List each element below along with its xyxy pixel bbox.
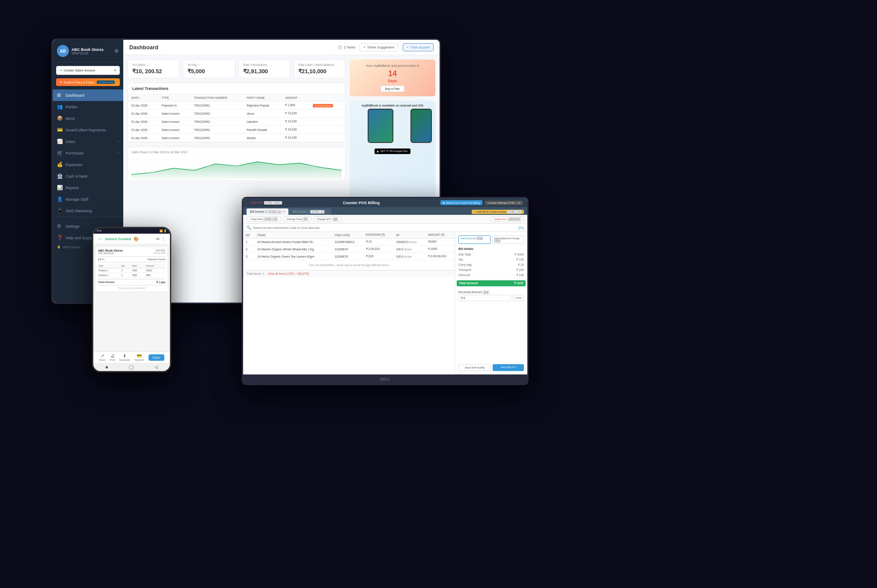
invoice-created-title: Invoice Created (105, 237, 131, 241)
play-icon: ▶ (377, 150, 379, 153)
sidebar-item-cash-bank[interactable]: 🏦 Cash & bank (53, 170, 123, 182)
sidebar-item-label: SMS Marketing (65, 209, 92, 213)
sidebar-item-manage-staff[interactable]: 👤 Manage Staff (53, 193, 123, 205)
sidebar-item-smartcollect[interactable]: 💳 SmartCollect Payments (53, 124, 123, 136)
clear-all-button[interactable]: Clear all Items (CTRL + DELETE) (268, 272, 309, 275)
cell-date: 01 Apr 2020 (128, 134, 158, 142)
table-row[interactable]: 2 24 Mantra Organic Whole Wheat Atta 1 K… (243, 246, 455, 253)
hold-bill-button[interactable]: + Hold Bill & Create Another (CTRL + 3) (472, 210, 524, 214)
table-row[interactable]: 01 Apr 2020 Sales Invoice TNS123542 Laks… (128, 118, 345, 126)
table-row[interactable]: 1 24 Mantra Ancient Grains Foxtail Mille… (243, 238, 455, 246)
close-tab-icon[interactable]: × (326, 210, 328, 214)
sidebar-item-label: Dashboard (65, 93, 84, 98)
share-suggestion-button[interactable]: + Share Suggestion (360, 43, 398, 51)
print-button[interactable]: 🖨 Print (110, 353, 115, 361)
cell-code: 123456789012 (332, 238, 363, 246)
stat-total-transactions: Total Transactions ₹2,91,300 (238, 59, 290, 78)
edit-icon[interactable]: ✏ (156, 237, 160, 241)
done-button[interactable]: Done (149, 354, 164, 361)
trial-card: Your myBillBook trial period ends in 14 … (350, 59, 435, 96)
sidebar-item-dashboard[interactable]: ⊞ Dashboard (53, 89, 123, 101)
pos-tabs: Bill Screen 1 (CTRL + 1) × Bill Screen 2… (243, 207, 527, 215)
unit-select[interactable]: PCS ▾ (404, 255, 411, 258)
close-tab-icon[interactable]: × (283, 210, 285, 214)
search-input[interactable] (253, 226, 517, 229)
cell-amount: ₹ 2,00,00,010 (425, 253, 455, 260)
received-text: Received Amount (458, 291, 482, 294)
unit-select[interactable]: PCS ▾ (409, 241, 416, 244)
payment-label: Payment (134, 359, 144, 361)
sidebar-item-sms-marketing[interactable]: 📱 SMS Marketing (53, 205, 123, 217)
sidebar-item-items[interactable]: 📦 Items (53, 113, 123, 124)
exit-pos-button[interactable]: ← Exit POS (CTRL + ESC) (247, 201, 282, 204)
sidebar-item-parties[interactable]: 👥 Parties (53, 101, 123, 113)
add-charge-button[interactable]: Add Additional Charge [F4] (492, 235, 524, 244)
add-discount-button[interactable]: Add Discount [F3] (458, 235, 491, 244)
save-bill-button[interactable]: Save Bill [F7] (493, 364, 524, 371)
delete-item-button[interactable]: Delete Item [DELETE] (491, 217, 524, 222)
share-button[interactable]: ↗ Share (99, 353, 105, 361)
table-row[interactable]: 01 Apr 2020 Sales Invoice TNS123542 Varu… (128, 110, 345, 118)
chat-support-button[interactable]: + Chat support (403, 43, 434, 51)
buy-plan-button[interactable]: Buy a Plan (381, 86, 404, 92)
sidebar-item-purchases[interactable]: 🛒 Purchases › (53, 147, 123, 159)
col-extra (309, 95, 345, 101)
chevron-right-icon: › (118, 140, 119, 143)
main-header: Dashboard 📋 2 Tasks + Share Suggestion +… (123, 40, 440, 55)
received-amount-input[interactable] (458, 295, 511, 301)
counter-settings-button[interactable]: Counter Settings (CTRL + S) (485, 201, 523, 205)
create-sales-invoice-button[interactable]: + Create Sales Invoice ▾ (56, 66, 120, 75)
cell-number: TNS123542 (190, 118, 243, 126)
recents-button[interactable]: ◁ (155, 365, 158, 369)
sidebar-item-reports[interactable]: 📊 Reports (53, 182, 123, 193)
watch-tutorial-button[interactable]: ▶ Watch how to use POS Billing (440, 200, 482, 205)
chevron-right-icon: › (118, 151, 119, 155)
download-button[interactable]: ⬇ Download (119, 353, 130, 361)
cell-type: Sales Invoice (158, 126, 191, 134)
table-row[interactable]: 3 18 Herbs Organic Green Tea Leaves 40gm… (243, 253, 455, 260)
cell-rate: ₹ 10 (363, 238, 393, 246)
cell-item: 18 Herbs Organic Green Tea Leaves 40gm (255, 253, 332, 260)
explore-plans-button[interactable]: ★ Explore Plans & Prices 14 Days Left (56, 78, 120, 86)
tasks-button[interactable]: 📋 2 Tasks (338, 45, 355, 49)
table-row[interactable]: 01 Apr 2020 Sales Invoice TNS123542 Moha… (128, 134, 345, 142)
payment-type-select[interactable]: Cash (513, 295, 524, 301)
save-print-button[interactable]: Save & Print [F6] (458, 364, 491, 371)
payment-button[interactable]: 💳 Payment (134, 353, 144, 361)
unit-select[interactable]: PCS ▾ (404, 248, 411, 251)
pos-tab-1[interactable]: Bill Screen 1 (CTRL + 1) × (247, 208, 288, 215)
parties-icon: 👥 (57, 104, 63, 110)
tablet-screen-preview (411, 110, 431, 142)
sidebar-header: AB ABC Book Stores 9658751238 ⚙ (53, 40, 123, 62)
check-icon: 🎨 (134, 237, 139, 241)
back-icon[interactable]: ← (98, 236, 103, 242)
stats-row: To Collect ↓ ₹10, 200.52 To Pay ↑ ₹5,000 (128, 59, 345, 78)
invoice-total-row: Total Amount: ₹ 1,560 (98, 281, 165, 284)
cell-qty: 100000.0 PCS ▾ (393, 238, 425, 246)
pos-header-right: ▶ Watch how to use POS Billing Counter S… (440, 200, 523, 205)
sidebar-item-expenses[interactable]: 💰 Expenses (53, 159, 123, 170)
th-item: Item (98, 264, 120, 268)
gear-icon[interactable]: ⚙ (114, 48, 119, 54)
back-button[interactable]: ◯ (129, 365, 134, 369)
pos-tab-2[interactable]: Bill Screen 2 (CTRL + 2) × (289, 208, 331, 215)
chart-title: Sales Report 12 Mar 2020 to 18 Mar 2020 (131, 151, 342, 154)
change-qty-button[interactable]: Change QTY [Q] (314, 217, 341, 222)
delete-label: Delete Item (494, 218, 507, 220)
table-row[interactable]: 01 Apr 2020 Sales Invoice TNS123542 Pand… (128, 126, 345, 134)
sidebar-item-sales[interactable]: 📈 Sales › (53, 136, 123, 147)
more-icon[interactable]: ⋮ (161, 237, 166, 241)
new-item-button[interactable]: + New Item (CTRL + N) (247, 217, 281, 222)
pos-monitor: ← Exit POS (CTRL + ESC) Counter POS Bill… (242, 197, 529, 385)
col-date: DATE ↕ (128, 95, 158, 101)
play-store-button[interactable]: ▶ GET IT ON Google Play (375, 148, 410, 154)
home-button[interactable]: ■ (105, 365, 108, 369)
pos-search: 🔍 [F1] (243, 224, 527, 232)
cell-badge (309, 134, 345, 142)
stat-value: ₹21,10,000 (298, 68, 341, 74)
col-type: TYPE (158, 95, 191, 101)
change-price-button[interactable]: Change Price [P] (283, 217, 311, 222)
cell-amount: ₹ 1000 (425, 246, 455, 253)
table-row[interactable]: 02 Apr 2020 Payment In TNS123541 Rajendr… (128, 101, 345, 110)
col-party: PARTY NAME (243, 95, 282, 101)
